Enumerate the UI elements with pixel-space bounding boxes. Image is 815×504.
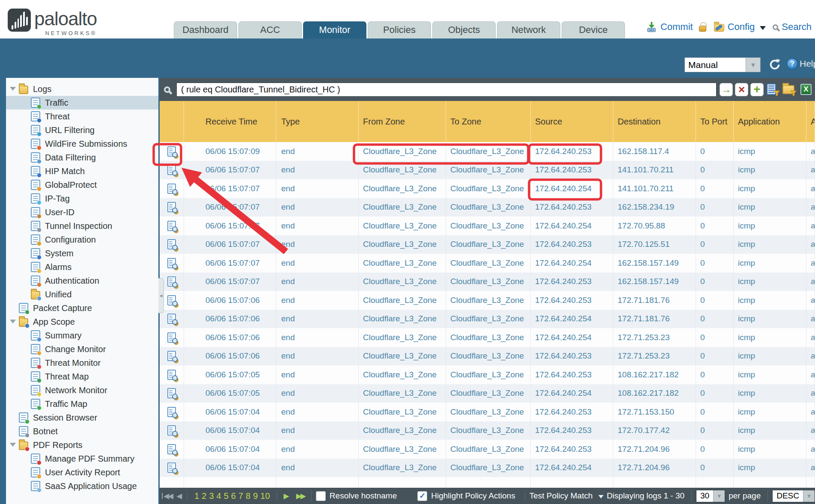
cell-src[interactable]: 172.64.240.253 xyxy=(531,421,613,440)
cell-from[interactable]: Cloudflare_L3_Zone xyxy=(359,254,446,273)
log-detail-icon[interactable] xyxy=(167,221,176,231)
page-number-4[interactable]: 4 xyxy=(217,491,221,501)
cell-src[interactable]: 172.64.240.254 xyxy=(531,179,613,198)
cell-to[interactable]: Cloudflare_L3_Zone xyxy=(446,328,531,347)
log-detail-icon[interactable] xyxy=(167,462,176,473)
cell-src[interactable]: 172.64.240.253 xyxy=(531,273,613,291)
load-filter-button[interactable] xyxy=(782,83,797,96)
page-number-5[interactable]: 5 xyxy=(224,491,229,501)
search-button[interactable]: Search xyxy=(782,21,812,33)
tab-monitor[interactable]: Monitor xyxy=(303,21,366,39)
cell-to[interactable]: Cloudflare_L3_Zone xyxy=(446,421,531,440)
sidebar-item-system[interactable]: System xyxy=(6,246,158,260)
sort-order-select[interactable]: DESC ▼ xyxy=(772,490,815,502)
sidebar-item-traffic[interactable]: Traffic xyxy=(6,96,158,110)
log-detail-icon[interactable] xyxy=(167,146,176,157)
sidebar-item-threat[interactable]: Threat xyxy=(6,110,158,123)
cell-dst[interactable]: 172.71.204.96 xyxy=(613,459,696,477)
column-header-from-zone[interactable]: From Zone xyxy=(359,101,446,142)
cell-src[interactable]: 172.64.240.253 xyxy=(531,365,613,384)
cell-to[interactable]: Cloudflare_L3_Zone xyxy=(446,235,531,254)
cell-from[interactable]: Cloudflare_L3_Zone xyxy=(359,365,446,384)
cell-app[interactable]: icmp xyxy=(734,142,806,161)
cell-src[interactable]: 172.64.240.253 xyxy=(531,161,613,180)
cell-from[interactable]: Cloudflare_L3_Zone xyxy=(359,198,446,217)
cell-src[interactable]: 172.64.240.254 xyxy=(531,216,613,235)
log-detail-icon[interactable] xyxy=(167,370,176,380)
cell-app[interactable]: icmp xyxy=(734,235,806,254)
cell-dst[interactable]: 141.101.70.211 xyxy=(613,179,696,198)
cell-dst[interactable]: 172.71.181.76 xyxy=(613,310,696,329)
sidebar-item-logs[interactable]: Logs xyxy=(6,82,158,96)
commit-button[interactable]: Commit xyxy=(660,21,693,33)
log-detail-icon[interactable] xyxy=(167,444,176,454)
export-to-csv-button[interactable]: X xyxy=(799,83,814,96)
cell-src[interactable]: 172.64.240.254 xyxy=(531,310,613,329)
cell-app[interactable]: icmp xyxy=(734,291,806,310)
cell-dst[interactable]: 172.71.153.150 xyxy=(613,403,696,421)
apply-filter-button[interactable]: → xyxy=(720,83,733,96)
cell-from[interactable]: Cloudflare_L3_Zone xyxy=(359,459,446,477)
cell-dst[interactable]: 172.70.125.51 xyxy=(613,235,696,254)
cell-src[interactable]: 172.64.240.253 xyxy=(531,440,613,459)
sidebar-item-threat-map[interactable]: Threat Map xyxy=(6,370,158,383)
cell-from[interactable]: Cloudflare_L3_Zone xyxy=(359,403,446,421)
prev-page-button[interactable]: ◀ xyxy=(176,492,181,501)
page-number-6[interactable]: 6 xyxy=(231,491,236,501)
next-page-button[interactable]: ▶ xyxy=(284,492,288,501)
tab-dashboard[interactable]: Dashboard xyxy=(174,21,237,39)
cell-from[interactable]: Cloudflare_L3_Zone xyxy=(359,291,446,310)
cell-dst[interactable]: 162.158.117.4 xyxy=(613,142,696,161)
cell-src[interactable]: 172.64.240.253 xyxy=(531,347,613,366)
tab-policies[interactable]: Policies xyxy=(368,21,431,39)
sidebar-item-configuration[interactable]: Configuration xyxy=(6,233,158,246)
page-number-10[interactable]: 10 xyxy=(260,491,270,501)
cell-dst[interactable]: 162.158.234.19 xyxy=(613,198,696,217)
cell-app[interactable]: icmp xyxy=(734,328,806,347)
sidebar-item-saas-application-usage[interactable]: SaaS Application Usage xyxy=(6,479,158,493)
cell-to[interactable]: Cloudflare_L3_Zone xyxy=(446,384,531,403)
log-query-input[interactable]: ( rule eq Cloudflare_Tunnel_Bidirect_HC … xyxy=(176,83,717,97)
cell-to[interactable]: Cloudflare_L3_Zone xyxy=(446,161,531,180)
cell-app[interactable]: icmp xyxy=(734,216,806,235)
cell-app[interactable]: icmp xyxy=(734,310,806,329)
column-header-destination[interactable]: Destination xyxy=(613,101,696,142)
cell-from[interactable]: Cloudflare_L3_Zone xyxy=(359,347,446,366)
sidebar-item-tunnel-inspection[interactable]: Tunnel Inspection xyxy=(6,219,158,233)
clear-filter-button[interactable]: × xyxy=(735,83,748,96)
cell-dst[interactable]: 172.70.177.42 xyxy=(613,421,696,440)
sidebar-item-botnet[interactable]: Botnet xyxy=(6,424,158,438)
cell-to[interactable]: Cloudflare_L3_Zone xyxy=(446,216,531,235)
cell-src[interactable]: 172.64.240.253 xyxy=(531,142,613,161)
cell-src[interactable]: 172.64.240.253 xyxy=(531,235,613,254)
cell-dst[interactable]: 172.71.204.96 xyxy=(613,440,696,459)
cell-app[interactable]: icmp xyxy=(734,459,806,477)
per-page-select[interactable]: 30 ▼ xyxy=(696,490,725,502)
cell-app[interactable]: icmp xyxy=(734,198,806,217)
expander-triangle-icon[interactable] xyxy=(10,320,16,323)
cell-app[interactable]: icmp xyxy=(734,384,806,403)
cell-app[interactable]: icmp xyxy=(734,161,806,180)
column-header-to-zone[interactable]: To Zone xyxy=(446,101,531,142)
cell-to[interactable]: Cloudflare_L3_Zone xyxy=(446,310,531,329)
sidebar-item-url-filtering[interactable]: URL Filtering xyxy=(6,123,158,137)
log-detail-icon[interactable] xyxy=(167,184,176,194)
last-page-button[interactable]: ▶▶ xyxy=(296,492,305,501)
sidebar-item-session-browser[interactable]: Session Browser xyxy=(6,411,158,424)
sidebar-item-data-filtering[interactable]: Data Filtering xyxy=(6,151,158,164)
first-page-button[interactable]: ◀◀ xyxy=(162,492,172,501)
sidebar-item-user-id[interactable]: User-ID xyxy=(6,205,158,219)
sidebar-item-summary[interactable]: Summary xyxy=(6,329,158,342)
expander-triangle-icon[interactable] xyxy=(10,87,16,91)
sidebar-item-network-monitor[interactable]: Network Monitor xyxy=(6,383,158,397)
sidebar-item-app-scope[interactable]: App Scope xyxy=(6,315,158,329)
sort-order-dropdown-arrow-icon[interactable]: ▼ xyxy=(803,490,815,502)
sidebar-item-authentication[interactable]: Authentication xyxy=(6,274,158,288)
refresh-mode-select[interactable]: Manual ▼ xyxy=(684,57,761,72)
page-number-7[interactable]: 7 xyxy=(238,491,243,501)
sidebar-item-globalprotect[interactable]: GlobalProtect xyxy=(6,178,158,192)
log-detail-icon[interactable] xyxy=(167,388,176,398)
sidebar-item-traffic-map[interactable]: Traffic Map xyxy=(6,397,158,411)
cell-dst[interactable]: 108.162.217.182 xyxy=(613,384,696,403)
log-detail-icon[interactable] xyxy=(167,351,176,361)
